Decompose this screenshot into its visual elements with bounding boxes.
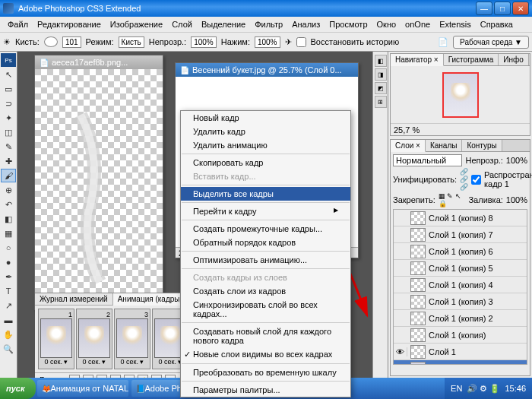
navigator-thumb[interactable] — [442, 72, 479, 118]
ctx-item[interactable]: Скопировать кадр — [181, 156, 350, 169]
tab-measurement-log[interactable]: Журнал измерений — [35, 293, 113, 305]
flow-value[interactable]: 100% — [255, 36, 280, 48]
opacity-value[interactable]: 100% — [191, 36, 217, 48]
brush-preview[interactable] — [44, 36, 58, 47]
animation-frame[interactable]: 20 сек. ▾ — [76, 309, 112, 369]
history-brush-tool[interactable]: ↶ — [1, 198, 16, 211]
ctx-item[interactable]: Удалить анимацию — [181, 138, 350, 152]
language-indicator[interactable]: EN — [451, 384, 462, 393]
lasso-tool[interactable]: ⊃ — [1, 97, 16, 110]
marquee-tool[interactable]: ▭ — [1, 82, 16, 96]
tab-info[interactable]: Инфо — [499, 54, 529, 65]
wand-tool[interactable]: ✦ — [1, 111, 16, 125]
menu-Справка[interactable]: Справка — [476, 20, 518, 29]
layer-row[interactable]: 👁Слой 0 — [394, 360, 527, 365]
dock-icon[interactable]: ◧ — [375, 55, 387, 67]
menu-Просмотр[interactable]: Просмотр — [325, 20, 372, 29]
document-window-a[interactable]: 📄 aecea17aef8b.png... 33,33 % — [34, 55, 163, 310]
ctx-item[interactable]: Преобразовать во временную шкалу — [181, 366, 350, 379]
menu-Анализ[interactable]: Анализ — [287, 20, 325, 29]
zoom-tool[interactable]: 🔍 — [1, 342, 16, 356]
ctx-item[interactable]: Параметры палитры... — [181, 383, 350, 397]
dock-icon[interactable]: ⊞ — [375, 96, 387, 108]
workspace-dropdown[interactable]: Рабочая среда ▼ — [453, 36, 529, 49]
menu-Выделение[interactable]: Выделение — [197, 20, 250, 29]
ctx-item[interactable]: Создать промежуточные кадры... — [181, 222, 350, 236]
mode-select[interactable]: Кисть — [119, 36, 144, 48]
clock: 15:46 — [505, 384, 526, 393]
path-tool[interactable]: ↗ — [1, 299, 16, 312]
brush-tool[interactable]: 🖌 — [1, 169, 16, 182]
blend-mode-dropdown[interactable]: Нормальный — [393, 154, 462, 166]
tab-navigator[interactable]: Навигатор × — [391, 54, 444, 66]
minimize-button[interactable]: — — [476, 2, 492, 15]
tab-channels[interactable]: Каналы — [426, 140, 463, 151]
navigator-panel: Навигатор × Гистограмма Инфо 25,7 % — [390, 53, 530, 136]
pen-tool[interactable]: ✒ — [1, 270, 16, 283]
navigator-zoom[interactable]: 25,7 % — [394, 125, 420, 135]
dock-icon[interactable]: ◩ — [375, 82, 387, 94]
ctx-item[interactable]: Перейти к кадру — [181, 204, 350, 218]
brush-size[interactable]: 101 — [62, 36, 81, 48]
layer-row[interactable]: 👁Слой 1 — [394, 344, 527, 360]
layer-opacity[interactable]: 100% — [506, 156, 527, 165]
menu-Extensis[interactable]: Extensis — [435, 20, 476, 29]
hand-tool[interactable]: ✋ — [1, 328, 16, 341]
menu-Файл[interactable]: Файл — [3, 20, 33, 29]
menu-Редактирование[interactable]: Редактирование — [33, 20, 106, 29]
tab-paths[interactable]: Контуры — [462, 140, 502, 151]
mode-label: Режим: — [86, 37, 114, 46]
crop-tool[interactable]: ◫ — [1, 125, 16, 139]
ctx-item: Создать кадры из слоев — [181, 271, 350, 284]
ctx-item[interactable]: Обратный порядок кадров — [181, 236, 350, 249]
ctx-item[interactable]: Выделить все кадры — [181, 187, 350, 201]
ctx-item: Вставить кадр... — [181, 169, 350, 183]
dodge-tool[interactable]: ● — [1, 255, 16, 269]
maximize-button[interactable]: □ — [494, 2, 511, 15]
layer-row[interactable]: Слой 1 (копия) 8 — [394, 210, 527, 226]
shape-tool[interactable]: ▬ — [1, 313, 16, 327]
tab-layers[interactable]: Слои × — [391, 140, 426, 152]
move-tool[interactable]: ↖ — [1, 68, 16, 81]
document-title-a[interactable]: 📄 aecea17aef8b.png... — [35, 55, 163, 69]
restore-history-checkbox[interactable] — [296, 37, 306, 47]
layer-fill[interactable]: 100% — [506, 195, 527, 204]
toolbox: Ps ↖ ▭ ⊃ ✦ ◫ ✎ ✚ 🖌 ⊕ ↶ ◧ ▦ ○ ● ✒ T ↗ ▬ ✋… — [0, 52, 17, 378]
ctx-item[interactable]: Удалить кадр — [181, 125, 350, 138]
propagate-checkbox[interactable] — [471, 175, 481, 185]
layer-row[interactable]: Слой 1 (копия) 7 — [394, 226, 527, 243]
ctx-item[interactable]: Новые слои видимы во всех кадрах — [181, 347, 350, 362]
animation-frame[interactable]: 30 сек. ▾ — [114, 309, 150, 369]
dock-icon[interactable]: ◨ — [375, 68, 387, 81]
gradient-tool[interactable]: ▦ — [1, 226, 16, 240]
eyedropper-tool[interactable]: ✎ — [1, 140, 16, 154]
tab-histogram[interactable]: Гистограмма — [444, 54, 499, 65]
ctx-item[interactable]: Синхронизировать слой во всех кадрах... — [181, 298, 350, 321]
menu-Слой[interactable]: Слой — [167, 20, 197, 29]
layer-row[interactable]: Слой 1 (копия) 3 — [394, 293, 527, 310]
taskbar-task[interactable]: 🦊 Анимация от NATALI... — [37, 380, 128, 397]
menu-Фильтр[interactable]: Фильтр — [250, 20, 287, 29]
layer-row[interactable]: Слой 1 (копия) 4 — [394, 277, 527, 293]
stamp-tool[interactable]: ⊕ — [1, 183, 16, 197]
blur-tool[interactable]: ○ — [1, 241, 16, 255]
layer-row[interactable]: Слой 1 (копия) 6 — [394, 243, 527, 260]
type-tool[interactable]: T — [1, 284, 16, 298]
close-button[interactable]: ✕ — [512, 2, 529, 15]
ctx-item[interactable]: Новый кадр — [181, 111, 350, 125]
ctx-item[interactable]: Создать слои из кадров — [181, 284, 350, 298]
animation-frame[interactable]: 10 сек. ▾ — [38, 309, 74, 369]
ctx-item[interactable]: Оптимизировать анимацию... — [181, 253, 350, 267]
menu-Окно[interactable]: Окно — [372, 20, 401, 29]
eraser-tool[interactable]: ◧ — [1, 212, 16, 226]
system-tray[interactable]: EN 🔊 ⚙ 🔋 15:46 — [445, 378, 532, 399]
start-button[interactable]: пуск — [0, 378, 36, 399]
menu-Изображение[interactable]: Изображение — [106, 20, 167, 29]
ctx-item[interactable]: Создавать новый слой для каждого нового … — [181, 325, 350, 347]
layer-row[interactable]: Слой 1 (копия) 5 — [394, 260, 527, 277]
menu-onOne[interactable]: onOne — [401, 20, 435, 29]
layer-row[interactable]: Слой 1 (копия) 2 — [394, 310, 527, 327]
healing-tool[interactable]: ✚ — [1, 154, 16, 168]
document-title-b[interactable]: 📄 Весенний букет.jpg @ 25.7% (Слой 0... — [176, 63, 358, 77]
layer-row[interactable]: Слой 1 (копия) — [394, 327, 527, 344]
